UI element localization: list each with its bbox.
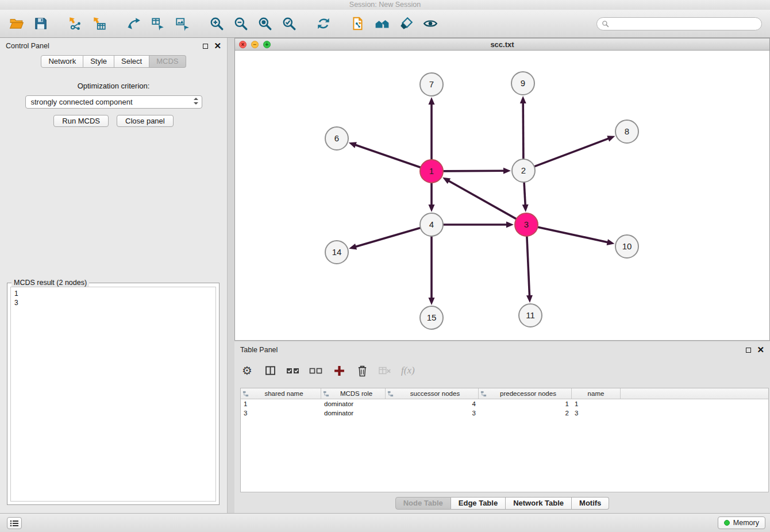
table-toolbar: ⚙ f(x): [240, 360, 415, 381]
column-header-mcds-role[interactable]: MCDS role: [321, 388, 386, 399]
refresh-icon[interactable]: [315, 15, 332, 32]
save-icon[interactable]: [32, 15, 49, 32]
cell-predecessor-nodes[interactable]: 2: [479, 408, 572, 418]
tab-network[interactable]: Network: [41, 55, 83, 68]
tab-style[interactable]: Style: [83, 55, 114, 68]
tab-network-table[interactable]: Network Table: [506, 497, 572, 510]
criterion-dropdown[interactable]: strongly connected component: [25, 95, 202, 109]
graph-node-label: 15: [427, 313, 437, 322]
delete-icon[interactable]: [355, 364, 369, 377]
select-all-icon[interactable]: [286, 364, 300, 377]
graph-edge-3-11[interactable]: [527, 236, 530, 296]
application-window: { "window": { "title": "Session: New Ses…: [0, 0, 770, 532]
tab-node-table[interactable]: Node Table: [395, 497, 451, 510]
status-bar: Memory: [0, 513, 770, 532]
cell-shared-name[interactable]: 1: [241, 399, 321, 408]
home-layout-icon[interactable]: [374, 15, 391, 32]
graph-node-label: 10: [622, 241, 632, 251]
column-header-predecessor-nodes[interactable]: predecessor nodes: [479, 388, 572, 399]
network-canvas[interactable]: 7968124314101511: [235, 51, 769, 340]
show-columns-icon[interactable]: [263, 364, 277, 377]
network-from-table-icon[interactable]: [149, 15, 167, 32]
function-builder-icon: f(x): [401, 365, 415, 376]
close-panel-button[interactable]: Close panel: [117, 115, 174, 127]
deselect-all-icon[interactable]: [309, 364, 323, 377]
mcds-result-title: MCDS result (2 nodes): [11, 279, 89, 287]
column-header-successor-nodes[interactable]: successor nodes: [386, 388, 479, 399]
search-input[interactable]: [612, 20, 757, 28]
graph-edge-arrowhead: [429, 298, 435, 305]
graph-node-label: 1: [429, 166, 434, 176]
zoom-in-icon[interactable]: [208, 15, 225, 32]
cell-name[interactable]: 1: [572, 399, 621, 408]
table-row: 3 dominator 3 2 3: [241, 408, 768, 418]
window-zoom-button[interactable]: +: [263, 41, 271, 48]
cell-shared-name[interactable]: 3: [241, 408, 321, 418]
graph-edge-2-9[interactable]: [523, 102, 523, 159]
add-column-icon[interactable]: [332, 364, 346, 377]
window-close-button[interactable]: ×: [239, 41, 247, 48]
graph-edge-2-8[interactable]: [534, 138, 609, 167]
import-table-icon[interactable]: [91, 15, 108, 32]
table-panel: Table Panel ✕ ⚙ f(x) sha: [234, 342, 770, 513]
cell-predecessor-nodes[interactable]: 1: [479, 399, 572, 408]
graph-edge-arrowhead: [429, 205, 435, 212]
tab-edge-table[interactable]: Edge Table: [451, 497, 506, 510]
zoom-fit-icon[interactable]: [256, 15, 274, 32]
graph-edge-arrowhead: [607, 239, 615, 245]
cell-successor-nodes[interactable]: 4: [386, 399, 479, 408]
graph-edge-4-14[interactable]: [355, 228, 421, 247]
graph-edge-3-1[interactable]: [448, 180, 517, 219]
zoom-selected-icon[interactable]: [280, 15, 298, 32]
network-window-titlebar[interactable]: × − + scc.txt: [235, 38, 769, 51]
memory-status-icon: [724, 520, 730, 526]
graph-edge-1-2[interactable]: [443, 171, 505, 171]
cell-name[interactable]: 3: [572, 408, 621, 418]
network-view-window: × − + scc.txt 7968124314101511: [234, 38, 770, 341]
table-header-row: shared name MCDS role successor nodes pr…: [241, 388, 768, 399]
optimization-criterion-label: Optimization criterion:: [0, 82, 227, 90]
window-minimize-button[interactable]: −: [251, 41, 259, 48]
open-folder-icon[interactable]: [8, 15, 25, 32]
cell-successor-nodes[interactable]: 3: [386, 408, 479, 418]
table-panel-header: Table Panel ✕: [234, 342, 770, 358]
graph-edge-2-3[interactable]: [524, 182, 525, 206]
zoom-out-icon[interactable]: [232, 15, 249, 32]
tab-select[interactable]: Select: [114, 55, 149, 68]
clone-network-icon[interactable]: [349, 15, 367, 32]
graph-node-label: 9: [521, 78, 525, 88]
table-settings-gear-icon[interactable]: ⚙: [240, 364, 254, 377]
task-history-button[interactable]: [7, 517, 22, 529]
table-panel-tabs: Node Table Edge Table Network Table Moti…: [234, 497, 770, 510]
search-field[interactable]: [596, 17, 762, 30]
close-table-panel-icon[interactable]: ✕: [757, 347, 764, 353]
cell-mcds-role[interactable]: dominator: [321, 408, 386, 418]
column-header-shared-name[interactable]: shared name: [241, 388, 321, 399]
graph-node-label: 6: [334, 133, 339, 143]
mcds-result-item[interactable]: 3: [14, 298, 212, 307]
mcds-result-item[interactable]: 1: [14, 289, 212, 298]
memory-button[interactable]: Memory: [718, 516, 765, 529]
float-panel-icon[interactable]: [203, 44, 208, 49]
show-hide-eye-icon[interactable]: [422, 15, 439, 32]
graph-edge-3-10[interactable]: [538, 227, 609, 242]
run-mcds-button[interactable]: Run MCDS: [53, 115, 109, 127]
tab-motifs[interactable]: Motifs: [572, 497, 609, 510]
mcds-result-list[interactable]: 1 3: [10, 287, 216, 502]
column-header-name[interactable]: name: [572, 388, 621, 399]
cell-mcds-role[interactable]: dominator: [321, 399, 386, 408]
vertical-splitter[interactable]: [229, 38, 234, 513]
float-table-panel-icon[interactable]: [746, 348, 751, 353]
import-network-icon[interactable]: [67, 15, 84, 32]
namespace-icon: [323, 391, 329, 397]
export-image-icon[interactable]: [174, 15, 191, 32]
close-panel-icon[interactable]: ✕: [214, 43, 221, 49]
network-graph[interactable]: 7968124314101511: [235, 51, 769, 341]
new-network-icon[interactable]: [125, 15, 143, 32]
table-panel-title: Table Panel: [240, 346, 278, 354]
graph-node-label: 4: [429, 219, 434, 229]
style-brush-icon[interactable]: [398, 15, 415, 32]
graph-node-label: 8: [625, 126, 629, 136]
graph-edge-1-6[interactable]: [355, 145, 421, 168]
tab-mcds[interactable]: MCDS: [149, 55, 186, 68]
